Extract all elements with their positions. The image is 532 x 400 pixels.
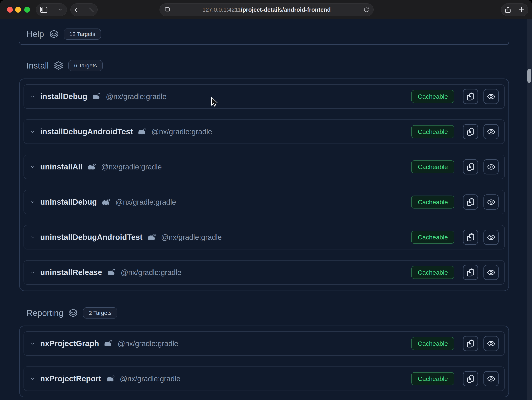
browser-window: 127.0.0.1:4211/project-details/android-f…: [0, 0, 532, 400]
chevron-down-icon[interactable]: [29, 199, 36, 205]
cacheable-badge: Cacheable: [411, 160, 454, 173]
reporting-targets-container: nxProjectGraph @nx/gradle:gradle Cacheab…: [19, 325, 509, 397]
eye-button[interactable]: [483, 159, 499, 175]
address-bar[interactable]: 127.0.0.1:4211/project-details/android-f…: [159, 3, 374, 16]
target-name: installDebug: [40, 92, 87, 101]
copy-button[interactable]: [463, 265, 478, 280]
targets-count-badge: 2 Targets: [83, 307, 117, 319]
new-tab-icon[interactable]: [518, 6, 525, 13]
install-targets-container: installDebug @nx/gradle:gradle Cacheable…: [19, 79, 509, 291]
target-row-uninstallAll[interactable]: uninstallAll @nx/gradle:gradle Cacheable: [24, 155, 505, 179]
chevron-down-icon[interactable]: [29, 269, 36, 275]
target-row-uninstallDebug[interactable]: uninstallDebug @nx/gradle:gradle Cacheab…: [24, 190, 505, 214]
target-name: nxProjectGraph: [40, 339, 99, 348]
copy-button[interactable]: [463, 230, 478, 245]
reload-icon[interactable]: [363, 7, 369, 13]
targets-count-badge: 12 Targets: [64, 29, 101, 40]
copy-button[interactable]: [463, 159, 478, 175]
chevron-down-icon[interactable]: [29, 340, 36, 347]
cacheable-badge: Cacheable: [411, 266, 454, 279]
cacheable-badge: Cacheable: [411, 231, 454, 244]
gradle-elephant-icon: [88, 163, 97, 171]
gradle-elephant-icon: [102, 198, 111, 206]
url-path: /project-details/android-frontend: [241, 6, 331, 13]
section-header-install: Install 6 Targets: [26, 59, 509, 72]
divider: [84, 6, 84, 13]
cacheable-badge: Cacheable: [411, 90, 454, 103]
eye-button[interactable]: [483, 124, 499, 139]
target-executor: @nx/gradle:gradle: [161, 233, 222, 242]
chevron-down-icon[interactable]: [29, 129, 36, 135]
copy-button[interactable]: [463, 124, 478, 139]
gradle-elephant-icon: [138, 128, 147, 135]
help-section-container-bottom: [19, 42, 509, 45]
gradle-elephant-icon: [92, 93, 101, 100]
navigation-group: [70, 3, 98, 16]
target-row-nxProjectReport[interactable]: nxProjectReport @nx/gradle:gradle Cachea…: [24, 367, 505, 391]
copy-button[interactable]: [463, 336, 478, 351]
section-title: Reporting: [26, 308, 63, 318]
url-host: 127.0.0.1:4211: [203, 6, 241, 13]
target-row-installDebug[interactable]: installDebug @nx/gradle:gradle Cacheable: [24, 84, 505, 109]
forward-button[interactable]: [89, 7, 95, 13]
gradle-elephant-icon: [106, 375, 115, 382]
target-row-installDebugAndroidTest[interactable]: installDebugAndroidTest @nx/gradle:gradl…: [24, 119, 505, 144]
target-name: nxProjectReport: [40, 374, 101, 383]
cacheable-badge: Cacheable: [411, 196, 454, 208]
target-name: uninstallRelease: [40, 268, 102, 277]
section-header-reporting: Reporting 2 Targets: [26, 306, 509, 320]
target-executor: @nx/gradle:gradle: [118, 339, 178, 348]
layers-icon: [68, 308, 78, 318]
sidebar-toggle-group: [36, 3, 67, 16]
section-title: Install: [26, 61, 49, 71]
sidebar-toggle-icon[interactable]: [39, 6, 48, 14]
gradle-elephant-icon: [147, 233, 157, 241]
target-executor: @nx/gradle:gradle: [101, 163, 162, 171]
eye-button[interactable]: [483, 371, 499, 386]
window-fullscreen-button[interactable]: [24, 7, 30, 12]
cacheable-badge: Cacheable: [411, 372, 454, 385]
window-minimize-button[interactable]: [15, 7, 21, 12]
gradle-elephant-icon: [104, 340, 113, 347]
page-settings-icon[interactable]: [164, 7, 171, 13]
window-close-button[interactable]: [7, 7, 13, 12]
copy-button[interactable]: [463, 194, 478, 210]
target-executor: @nx/gradle:gradle: [106, 92, 166, 101]
chevron-down-icon[interactable]: [29, 93, 36, 100]
section-header-help: Help 12 Targets: [26, 27, 509, 41]
target-name: uninstallDebug: [40, 198, 97, 206]
target-row-nxProjectGraph[interactable]: nxProjectGraph @nx/gradle:gradle Cacheab…: [24, 331, 505, 356]
chevron-down-icon[interactable]: [29, 375, 36, 382]
eye-button[interactable]: [483, 265, 499, 280]
copy-button[interactable]: [463, 89, 478, 104]
copy-button[interactable]: [463, 371, 478, 386]
target-name: installDebugAndroidTest: [40, 127, 133, 136]
layers-icon: [54, 61, 63, 71]
target-executor: @nx/gradle:gradle: [115, 198, 176, 206]
share-icon[interactable]: [504, 6, 512, 13]
project-details-page: Help 12 Targets Install 6 Targets instal…: [0, 19, 532, 400]
eye-button[interactable]: [483, 194, 499, 210]
targets-count-badge: 6 Targets: [68, 60, 103, 71]
tab-overview-chevron-icon[interactable]: [57, 7, 63, 12]
toolbar-actions-group: [501, 3, 528, 16]
target-row-uninstallDebugAndroidTest[interactable]: uninstallDebugAndroidTest @nx/gradle:gra…: [24, 225, 505, 250]
eye-button[interactable]: [483, 89, 499, 104]
back-button[interactable]: [73, 7, 79, 13]
url-text: 127.0.0.1:4211/project-details/android-f…: [203, 6, 331, 13]
chevron-down-icon[interactable]: [29, 164, 36, 170]
scrollbar-thumb[interactable]: [527, 69, 531, 83]
target-row-uninstallRelease[interactable]: uninstallRelease @nx/gradle:gradle Cache…: [24, 260, 505, 285]
eye-button[interactable]: [483, 230, 499, 245]
target-executor: @nx/gradle:gradle: [121, 268, 181, 277]
cacheable-badge: Cacheable: [411, 337, 454, 350]
cacheable-badge: Cacheable: [411, 125, 454, 138]
target-name: uninstallDebugAndroidTest: [40, 233, 143, 242]
section-title: Help: [26, 29, 44, 39]
target-name: uninstallAll: [40, 162, 83, 171]
chevron-down-icon[interactable]: [29, 234, 36, 240]
gradle-elephant-icon: [107, 269, 116, 276]
target-executor: @nx/gradle:gradle: [120, 375, 180, 383]
eye-button[interactable]: [483, 336, 499, 351]
browser-toolbar: 127.0.0.1:4211/project-details/android-f…: [0, 0, 532, 19]
